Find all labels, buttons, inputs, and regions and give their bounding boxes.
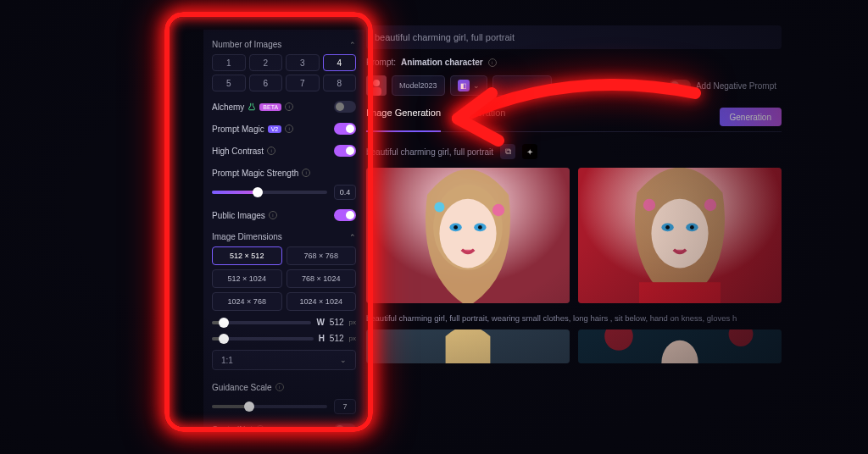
svg-point-19 xyxy=(704,199,716,211)
width-slider[interactable] xyxy=(212,321,311,324)
dim-preset[interactable]: 1024 × 1024 xyxy=(287,292,357,311)
info-icon[interactable] xyxy=(302,169,310,177)
prompt-magic-label: Prompt Magic xyxy=(212,125,264,134)
generation-caption-1: beautiful charming girl, full portrait ⧉… xyxy=(366,144,782,159)
num-images-option-4[interactable]: 4 xyxy=(323,54,357,71)
style-select[interactable]: ◧ xyxy=(450,75,487,96)
generate-button[interactable]: Generation xyxy=(720,108,782,126)
prompt-magic-toggle[interactable] xyxy=(334,123,356,135)
tab-generation[interactable]: Generation xyxy=(459,108,505,126)
num-images-option-3[interactable]: 3 xyxy=(286,54,320,71)
guidance-value: 7 xyxy=(334,399,356,414)
pm-strength-slider-row: 0.4 xyxy=(212,185,356,200)
negative-prompt-toggle[interactable] xyxy=(669,80,691,91)
svg-point-5 xyxy=(439,199,496,269)
chevron-up-icon xyxy=(349,233,356,241)
pm-strength-slider[interactable] xyxy=(212,191,327,194)
alchemy-toggle[interactable] xyxy=(334,101,356,113)
chevron-down-icon xyxy=(473,81,480,90)
result-image-2[interactable] xyxy=(578,168,782,303)
neg-prefix: Prompt: xyxy=(366,58,396,67)
aspect-ratio-value: 1:1 xyxy=(221,356,233,365)
model-name: Model2023 xyxy=(399,81,437,90)
tabs: Image Generation Generation Generation xyxy=(366,108,782,132)
negative-prompt-line: Prompt: Animation character xyxy=(366,58,782,67)
model-select[interactable]: Model2023 xyxy=(392,75,445,96)
svg-point-13 xyxy=(651,199,708,269)
svg-point-18 xyxy=(643,199,655,211)
num-images-option-8[interactable]: 8 xyxy=(323,75,357,91)
prompt-input[interactable]: beautiful charming girl, full portrait xyxy=(366,25,782,49)
info-icon[interactable] xyxy=(285,125,293,133)
prompt-magic-row: Prompt Magic V2 xyxy=(212,122,356,136)
alchemy-label: Alchemy xyxy=(212,102,244,112)
guidance-header: Guidance Scale xyxy=(212,380,356,394)
public-images-label: Public Images xyxy=(212,211,265,220)
tab-image-generation[interactable]: Image Generation xyxy=(366,108,441,126)
elements-select[interactable] xyxy=(492,75,552,96)
svg-point-17 xyxy=(690,225,694,230)
caption-1-text: beautiful charming girl, full portrait xyxy=(366,147,493,157)
num-images-option-6[interactable]: 6 xyxy=(249,75,283,91)
info-icon[interactable] xyxy=(488,58,497,67)
height-value: 512 xyxy=(330,334,344,343)
public-images-toggle[interactable] xyxy=(334,209,356,221)
aspect-ratio-select[interactable]: 1:1 xyxy=(212,350,356,370)
num-images-option-2[interactable]: 2 xyxy=(249,54,283,71)
dim-preset[interactable]: 768 × 768 xyxy=(287,246,357,265)
height-unit: px xyxy=(349,335,356,342)
svg-rect-20 xyxy=(639,282,721,303)
pm-strength-label: Prompt Magic Strength xyxy=(212,169,298,178)
prompt-magic-badge: V2 xyxy=(268,125,282,133)
result-image-4[interactable] xyxy=(578,329,782,363)
image-dimensions-header[interactable]: Image Dimensions xyxy=(212,232,356,241)
number-of-images-grid: 12345678 xyxy=(212,54,356,91)
num-images-option-5[interactable]: 5 xyxy=(212,75,246,91)
dim-preset[interactable]: 768 × 1024 xyxy=(287,269,357,288)
dim-preset[interactable]: 512 × 512 xyxy=(212,246,282,265)
number-of-images-header[interactable]: Number of Images xyxy=(212,40,356,49)
info-icon[interactable] xyxy=(267,147,275,155)
controlnet-row: ControlNet xyxy=(212,423,356,428)
num-images-option-7[interactable]: 7 xyxy=(286,75,320,91)
info-icon[interactable] xyxy=(269,211,277,219)
controlnet-toggle[interactable] xyxy=(334,424,356,428)
info-icon[interactable] xyxy=(256,425,264,428)
dim-preset[interactable]: 512 × 1024 xyxy=(212,269,282,288)
info-icon[interactable] xyxy=(275,383,284,391)
height-slider[interactable] xyxy=(212,337,314,340)
expand-icon[interactable]: ✦ xyxy=(522,144,537,159)
height-row: H 512 px xyxy=(212,334,356,343)
dim-preset[interactable]: 1024 × 768 xyxy=(212,292,282,311)
result-image-1[interactable] xyxy=(366,168,570,303)
dimension-presets: 512 × 512768 × 768512 × 1024768 × 102410… xyxy=(212,246,356,311)
settings-panel: Number of Images 12345678 Alchemy BETA P… xyxy=(203,30,364,428)
width-value: 512 xyxy=(330,318,344,327)
guidance-slider[interactable] xyxy=(212,405,327,408)
width-unit: px xyxy=(349,318,356,326)
negative-prompt-toggle-label: Add Negative Prompt xyxy=(696,81,776,91)
svg-point-8 xyxy=(453,225,458,230)
guidance-label: Guidance Scale xyxy=(212,383,272,392)
num-images-option-1[interactable]: 1 xyxy=(212,54,246,71)
svg-point-11 xyxy=(434,202,444,212)
copy-icon[interactable]: ⧉ xyxy=(500,144,515,159)
svg-rect-2 xyxy=(371,87,381,96)
high-contrast-label: High Contrast xyxy=(212,147,264,156)
alchemy-row: Alchemy BETA xyxy=(212,100,356,114)
chevron-down-icon xyxy=(340,356,347,364)
generation-caption-2: beautiful charming girl, full portrait, … xyxy=(366,313,782,323)
image-dimensions-label: Image Dimensions xyxy=(212,232,282,241)
controlnet-label: ControlNet xyxy=(212,425,253,429)
high-contrast-toggle[interactable] xyxy=(334,145,356,157)
svg-point-16 xyxy=(665,225,670,230)
width-row: W 512 px xyxy=(212,318,356,327)
svg-point-10 xyxy=(492,204,504,216)
svg-point-9 xyxy=(478,225,482,230)
alchemy-badge: BETA xyxy=(259,103,281,111)
result-image-3[interactable] xyxy=(366,329,570,363)
number-of-images-label: Number of Images xyxy=(212,40,281,49)
model-avatar[interactable] xyxy=(366,75,387,96)
model-row: Model2023 ◧ Add Negative Prompt xyxy=(366,75,782,96)
info-icon[interactable] xyxy=(285,102,293,111)
